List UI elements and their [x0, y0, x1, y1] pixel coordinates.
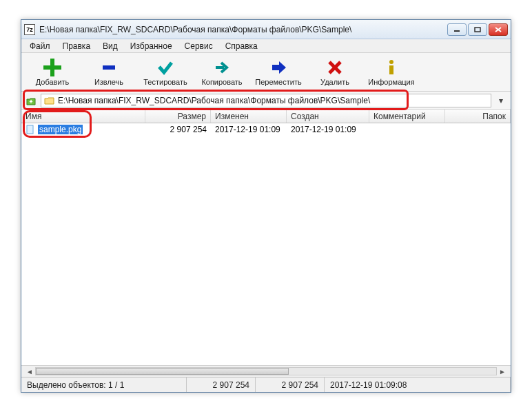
menu-file[interactable]: Файл: [24, 40, 56, 52]
statusbar: Выделено объектов: 1 / 1 2 907 254 2 907…: [21, 377, 511, 392]
status-size2: 2 907 254: [256, 377, 325, 392]
column-name[interactable]: Имя: [21, 110, 145, 123]
toolbar-move-label: Переместить: [255, 78, 301, 86]
menu-view[interactable]: Вид: [97, 40, 123, 52]
toolbar-info-button[interactable]: Информация: [365, 55, 418, 90]
column-size[interactable]: Размер: [145, 110, 211, 123]
minimize-button[interactable]: [447, 23, 467, 36]
file-created: 2017-12-19 01:09: [287, 125, 369, 134]
up-folder-icon[interactable]: [25, 95, 37, 106]
address-dropdown-icon[interactable]: ▾: [495, 96, 507, 105]
scroll-thumb[interactable]: [36, 368, 289, 375]
svg-point-5: [389, 60, 393, 64]
plus-icon: [43, 58, 61, 77]
status-datetime: 2017-12-19 01:09:08: [325, 377, 511, 392]
toolbar-copy-label: Копировать: [201, 78, 242, 86]
column-modified[interactable]: Изменен: [211, 110, 287, 123]
arrow-right-icon: [213, 58, 231, 77]
toolbar-extract-label: Извлечь: [94, 78, 123, 86]
menu-edit[interactable]: Правка: [57, 40, 96, 52]
scroll-left-icon[interactable]: ◄: [24, 368, 35, 375]
column-comment[interactable]: Комментарий: [369, 110, 445, 123]
minus-icon: [100, 58, 118, 77]
menu-favorites[interactable]: Избранное: [125, 40, 178, 52]
svg-rect-1: [475, 28, 480, 32]
menu-tools[interactable]: Сервис: [179, 40, 218, 52]
column-created[interactable]: Создан: [287, 110, 369, 123]
toolbar-copy-button[interactable]: Копировать: [195, 55, 249, 90]
window-controls: [447, 23, 508, 36]
file-icon: [25, 125, 35, 134]
menubar: Файл Правка Вид Избранное Сервис Справка: [21, 39, 511, 53]
maximize-button[interactable]: [468, 23, 487, 36]
status-size1: 2 907 254: [187, 377, 256, 392]
file-name: sample.pkg: [38, 125, 83, 134]
toolbar-delete-label: Удалить: [320, 78, 349, 86]
toolbar-extract-button[interactable]: Извлечь: [82, 55, 136, 90]
check-icon: [156, 58, 174, 77]
file-list[interactable]: sample.pkg 2 907 254 2017-12-19 01:09 20…: [21, 123, 511, 365]
address-text: E:\Новая папка\FIX_RW_SDCARD\Рабочая пап…: [58, 96, 488, 105]
svg-rect-7: [27, 125, 33, 134]
window-title: E:\Новая папка\FIX_RW_SDCARD\Рабочая пап…: [39, 25, 447, 34]
status-selection: Выделено объектов: 1 / 1: [21, 377, 187, 392]
toolbar-add-label: Добавить: [36, 78, 70, 86]
svg-rect-6: [389, 65, 393, 74]
app-icon: 7z: [24, 24, 35, 35]
toolbar: Добавить Извлечь Тестировать Копировать …: [21, 53, 511, 92]
scroll-right-icon[interactable]: ►: [497, 368, 508, 375]
address-input[interactable]: E:\Новая папка\FIX_RW_SDCARD\Рабочая пап…: [41, 94, 491, 107]
file-size: 2 907 254: [145, 125, 211, 134]
horizontal-scrollbar[interactable]: ◄ ►: [21, 365, 511, 377]
toolbar-info-label: Информация: [368, 78, 414, 86]
toolbar-test-label: Тестировать: [143, 78, 187, 86]
titlebar: 7z E:\Новая папка\FIX_RW_SDCARD\Рабочая …: [21, 20, 511, 39]
toolbar-add-button[interactable]: Добавить: [25, 55, 79, 90]
close-button[interactable]: [489, 23, 508, 36]
addressbar: E:\Новая папка\FIX_RW_SDCARD\Рабочая пап…: [21, 92, 511, 110]
column-folders[interactable]: Папок: [445, 110, 511, 123]
toolbar-delete-button[interactable]: Удалить: [308, 55, 362, 90]
file-modified: 2017-12-19 01:09: [211, 125, 287, 134]
x-icon: [326, 58, 344, 77]
app-window: 7z E:\Новая папка\FIX_RW_SDCARD\Рабочая …: [21, 19, 511, 393]
column-headers: Имя Размер Изменен Создан Комментарий Па…: [21, 110, 511, 123]
toolbar-move-button[interactable]: Переместить: [252, 55, 305, 90]
folder-icon: [44, 95, 55, 106]
arrow-right-solid-icon: [269, 58, 287, 77]
toolbar-test-button[interactable]: Тестировать: [139, 55, 192, 90]
list-item[interactable]: sample.pkg 2 907 254 2017-12-19 01:09 20…: [21, 123, 511, 136]
info-icon: [382, 58, 400, 77]
scroll-track[interactable]: [35, 367, 497, 375]
menu-help[interactable]: Справка: [220, 40, 263, 52]
